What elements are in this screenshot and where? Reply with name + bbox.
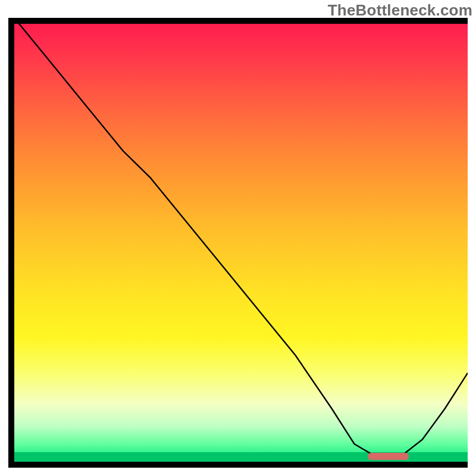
chart-container: TheBottleneck.com <box>0 0 476 476</box>
plot-area <box>14 18 468 462</box>
curve-layer <box>14 18 468 462</box>
frame-top <box>8 18 468 24</box>
frame-left <box>8 18 14 468</box>
watermark-text: TheBottleneck.com <box>328 1 472 20</box>
optimal-marker <box>368 453 409 460</box>
bottleneck-curve <box>14 18 468 458</box>
frame-bottom <box>8 462 468 468</box>
